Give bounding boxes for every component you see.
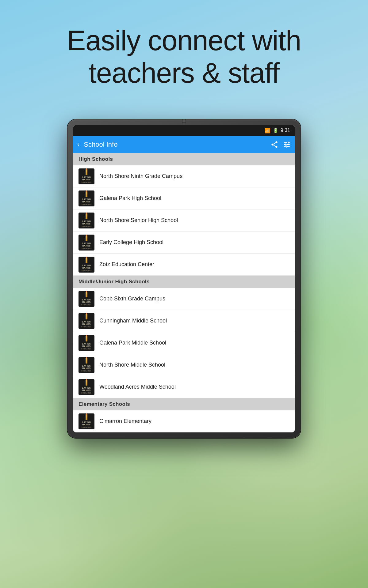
headline-section: Easily connect with teachers & staff [0,24,368,89]
school-name: Galena Park Middle School [99,340,166,346]
section-header-middle/junior-high-schools: Middle/Junior High Schools [73,276,295,288]
list-item[interactable]: LAYINGHANDS SERVING North Shore Senior H… [73,209,295,232]
list-item[interactable]: LAYINGHANDS SERVING Early College High S… [73,232,295,254]
list-item[interactable]: LAYINGHANDS SERVING Cobb Sixth Grade Cam… [73,288,295,310]
tablet-device: 📶 🔋 9:31 ‹ School Info High Schools [67,119,301,438]
school-name: Cimarron Elementary [99,418,151,424]
list-item[interactable]: LAYINGHANDS SERVING North Shore Ninth Gr… [73,165,295,187]
list-item[interactable]: LAYINGHANDS SERVING Cimarron Elementary [73,410,295,432]
wifi-icon: 📶 [264,128,270,134]
app-title: School Info [84,141,266,149]
school-logo: LAYINGHANDS SERVING [79,235,94,251]
battery-icon: 🔋 [273,128,278,133]
section-header-high-schools: High Schools [73,153,295,165]
list-item[interactable]: LAYINGHANDS SERVING Cunningham Middle Sc… [73,310,295,332]
school-logo: LAYINGHANDS SERVING [79,313,94,329]
share-icon[interactable] [270,141,278,149]
headline-line1: Easily connect with [67,25,301,56]
app-header: ‹ School Info [73,136,295,153]
school-logo: LAYINGHANDS SERVING [79,291,94,307]
list-item[interactable]: LAYINGHANDS SERVING Galena Park Middle S… [73,332,295,354]
school-list: High Schools LAYINGHANDS SERVING North S… [73,153,295,432]
status-time: 9:31 [281,128,290,133]
headline-line2: teachers & staff [89,57,279,89]
school-name: North Shore Senior High School [99,217,178,224]
tablet-camera [182,119,186,123]
section-header-elementary-schools: Elementary Schools [73,398,295,410]
school-name: Cunningham Middle School [99,318,167,324]
filter-icon[interactable] [283,141,291,149]
list-item[interactable]: LAYINGHANDS SERVING North Shore Middle S… [73,354,295,376]
back-button[interactable]: ‹ [77,141,79,149]
school-name: Woodland Acres Middle School [99,384,176,390]
school-logo: LAYINGHANDS SERVING [79,335,94,351]
tablet-outer-frame: 📶 🔋 9:31 ‹ School Info High Schools [67,119,301,438]
school-name: Zotz Education Center [99,261,154,268]
school-logo: LAYINGHANDS SERVING [79,213,94,228]
school-logo: LAYINGHANDS SERVING [79,413,94,429]
headline-text: Easily connect with teachers & staff [25,24,343,89]
school-logo: LAYINGHANDS SERVING [79,379,94,395]
school-name: Early College High School [99,239,163,246]
school-name: North Shore Middle School [99,362,165,368]
school-name: North Shore Ninth Grade Campus [99,173,182,179]
school-logo: LAYINGHANDS SERVING [79,357,94,373]
list-item[interactable]: LAYINGHANDS SERVING Zotz Education Cente… [73,254,295,276]
list-item[interactable]: LAYINGHANDS SERVING Woodland Acres Middl… [73,376,295,398]
list-item[interactable]: LAYINGHANDS SERVING Galena Park High Sch… [73,187,295,209]
school-name: Cobb Sixth Grade Campus [99,296,165,302]
school-logo: LAYINGHANDS SERVING [79,257,94,273]
school-logo: LAYINGHANDS SERVING [79,190,94,206]
tablet-screen: 📶 🔋 9:31 ‹ School Info High Schools [73,125,295,432]
school-logo: LAYINGHANDS SERVING [79,168,94,184]
school-name: Galena Park High School [99,195,161,202]
status-bar: 📶 🔋 9:31 [73,125,295,136]
